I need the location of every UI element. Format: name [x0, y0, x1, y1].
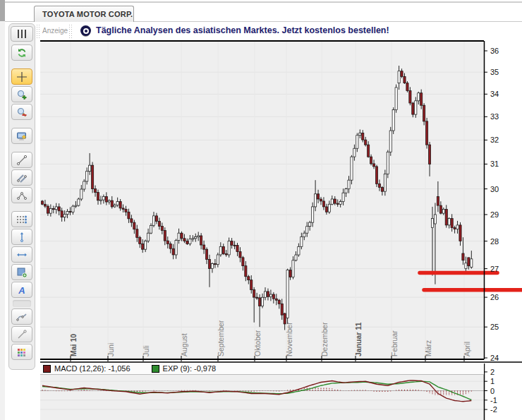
trend-line-button[interactable] [11, 152, 32, 168]
exp-line [42, 381, 471, 400]
chart-area[interactable]: 36353433323130292827262524210-1-2Mai 10J… [0, 0, 522, 420]
candles[interactable] [41, 66, 473, 330]
price-tick-label: 36 [490, 47, 499, 55]
price-tick-label: 35 [490, 68, 499, 76]
draw-line-button[interactable] [11, 326, 32, 342]
month-label: November [285, 322, 293, 356]
macd-tick-label: -1 [490, 396, 497, 404]
macd-plot-bg [40, 375, 484, 420]
text-tool-button[interactable]: A [11, 282, 32, 298]
zoom-in-icon [16, 89, 28, 100]
price-tick-label: 27 [490, 265, 499, 273]
ad-bar: Anzeige Tägliche Analysen des asiatische… [6, 23, 522, 40]
price-tick-label: 31 [490, 160, 499, 168]
ad-separator [69, 25, 72, 39]
support-lines[interactable] [420, 273, 522, 290]
macd-swatch [43, 365, 51, 373]
month-label: April [463, 342, 471, 356]
zoom-out-icon [16, 107, 28, 118]
parallel-channel-button[interactable] [11, 169, 32, 186]
month-label: Februar [390, 330, 399, 356]
exp-value: EXP (9): -0,978 [163, 364, 217, 373]
month-label: Januar 11 [354, 322, 363, 356]
month-label: März [424, 340, 432, 356]
price-tick-label: 32 [490, 136, 499, 144]
color-palette-button[interactable] [11, 344, 32, 360]
vertical-measure-button[interactable] [11, 229, 32, 245]
month-label: Juni [107, 343, 115, 356]
level-lines-button[interactable] [11, 211, 32, 227]
curve-icon [16, 311, 28, 323]
chart-snapshot-button[interactable] [11, 128, 32, 144]
macd-value: MACD (12,26): -1,056 [54, 364, 130, 373]
crosshair-icon [16, 71, 28, 83]
price-tick-label: 29 [490, 210, 499, 219]
refresh-button[interactable] [11, 44, 32, 61]
month-labels: Mai 10JuniJuliAugustSeptemberOktoberNove… [69, 320, 471, 361]
price-tick-label: 33 [490, 112, 499, 121]
toolbar-empty-slot [13, 300, 31, 307]
ad-link[interactable]: Tägliche Analysen des asiatischen Markte… [96, 25, 389, 35]
dashed-levels-icon [16, 214, 28, 225]
candlestick-chart[interactable]: 36353433323130292827262524210-1-2Mai 10J… [0, 0, 522, 420]
tab-toyota-motor-corp[interactable]: TOYOTA MOTOR CORP. [34, 6, 134, 22]
angle-tool-button[interactable] [11, 187, 32, 203]
ad-label: Anzeige [42, 27, 68, 35]
tab-title: TOYOTA MOTOR CORP. [42, 10, 133, 18]
price-tick-label: 25 [490, 323, 499, 331]
macd-line [42, 380, 471, 402]
month-label: August [180, 333, 188, 356]
horizontal-measure-button[interactable] [11, 246, 32, 263]
month-label: Dezember [320, 322, 329, 356]
h-arrow-icon [16, 249, 28, 260]
macd-tick-label: 2 [490, 368, 494, 376]
macd-tick-label: 0 [490, 387, 494, 395]
rect-add-icon [16, 267, 28, 278]
zoom-out-button[interactable] [11, 104, 32, 120]
application-window: TOYOTA MOTOR CORP. Anzeige Tägliche Anal… [0, 0, 522, 420]
window-left-scrollbar[interactable] [0, 0, 5, 420]
price-tick-label: 30 [490, 185, 499, 193]
monitor-star-icon [16, 131, 28, 142]
trend-line-icon [16, 155, 28, 166]
angle-icon [16, 190, 28, 201]
ad-logo-icon [80, 25, 91, 36]
chart-toolbar: A [8, 23, 35, 370]
crosshair-button[interactable] [11, 68, 32, 85]
main-plot-bg [40, 42, 484, 359]
price-tick-label: 34 [490, 90, 499, 98]
svg-text:A: A [18, 284, 25, 295]
letter-a-icon: A [16, 284, 28, 296]
price-tick-label: 28 [490, 237, 499, 246]
month-label: Oktober [253, 330, 262, 356]
price-tick-label: 26 [490, 293, 499, 301]
month-label: September [217, 320, 225, 356]
zoom-in-button[interactable] [11, 86, 32, 102]
parallel-lines-icon [16, 172, 28, 184]
price-tick-label: 24 [490, 354, 499, 362]
macd-tick-label: -2 [490, 405, 497, 414]
macd-histogram [42, 388, 471, 395]
refresh-icon [16, 47, 28, 59]
ad-separator [37, 25, 40, 39]
gridlines [40, 42, 484, 409]
add-rectangle-button[interactable] [11, 264, 32, 280]
v-arrow-icon [16, 232, 28, 243]
month-label: Mai 10 [69, 334, 78, 356]
pencil-line-icon [16, 329, 28, 340]
macd-tick-label: 1 [490, 377, 494, 385]
palette-icon [16, 347, 28, 358]
curve-tool-button[interactable] [11, 308, 32, 325]
toolbar-grip-handle[interactable] [11, 26, 33, 42]
scrollbar-thumb[interactable] [0, 0, 5, 21]
exp-swatch [152, 365, 159, 373]
macd-legend: MACD (12,26): -1,056 EXP (9): -0,978 [40, 363, 484, 375]
top-divider [5, 1, 522, 3]
month-label: Juli [142, 345, 150, 356]
